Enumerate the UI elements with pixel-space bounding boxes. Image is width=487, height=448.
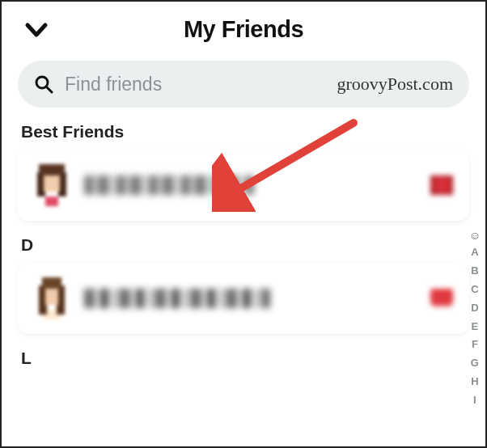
- friend-row[interactable]: [18, 263, 469, 334]
- index-letter[interactable]: F: [472, 338, 478, 352]
- index-letter[interactable]: C: [471, 283, 478, 297]
- index-letter[interactable]: I: [473, 394, 476, 408]
- index-letter[interactable]: G: [471, 357, 479, 370]
- avatar: [34, 164, 70, 206]
- index-letter[interactable]: H: [471, 375, 478, 389]
- back-chevron-icon[interactable]: [24, 21, 49, 39]
- section-d: D: [21, 235, 485, 255]
- section-best-friends: Best Friends: [21, 122, 485, 142]
- alpha-index[interactable]: ☺ A B C D E F G H I: [469, 230, 481, 408]
- smiley-icon[interactable]: ☺: [469, 230, 481, 241]
- watermark-text: groovyPost.com: [337, 74, 453, 95]
- friend-name: [84, 175, 430, 195]
- index-letter[interactable]: E: [472, 320, 479, 334]
- avatar: [34, 277, 70, 319]
- friend-name: [84, 289, 430, 308]
- index-letter[interactable]: A: [471, 246, 478, 260]
- friend-emoji-icon: [430, 175, 453, 195]
- svg-line-1: [47, 87, 53, 93]
- section-l: L: [21, 349, 485, 368]
- search-bar[interactable]: groovyPost.com: [18, 61, 469, 108]
- header: My Friends: [2, 2, 485, 51]
- friend-emoji-icon: [430, 289, 453, 308]
- index-letter[interactable]: B: [471, 264, 478, 278]
- page-title: My Friends: [184, 16, 303, 43]
- search-icon: [34, 74, 53, 94]
- friend-row[interactable]: [18, 150, 469, 221]
- search-input[interactable]: [65, 74, 210, 95]
- index-letter[interactable]: D: [471, 302, 478, 315]
